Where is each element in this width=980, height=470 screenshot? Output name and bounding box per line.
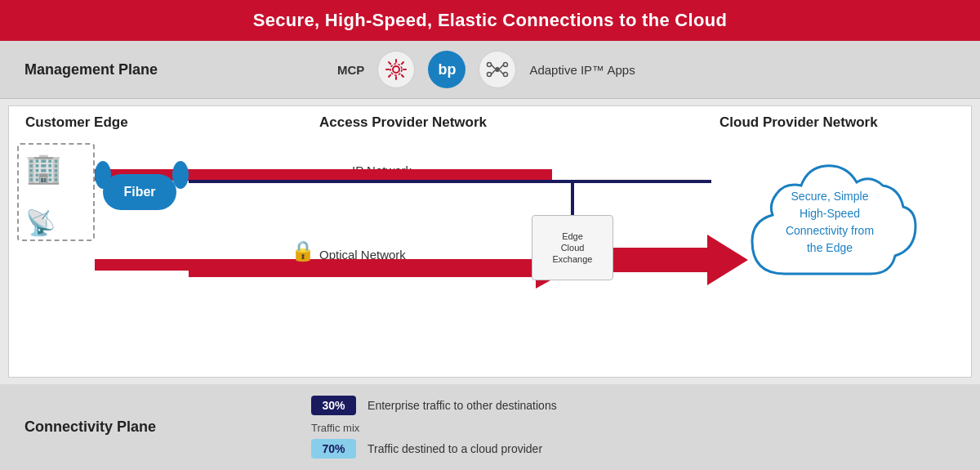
ip-network-line [189, 180, 711, 183]
building-icon: 🏢 [25, 151, 62, 186]
connectivity-plane-label: Connectivity Plane [24, 419, 156, 436]
large-red-arrow-shaft [613, 248, 711, 272]
svg-line-10 [500, 70, 504, 74]
traffic-row-2: 70% Traffic destined to a cloud provider [311, 439, 557, 459]
header-banner: Secure, High-Speed, Elastic Connections … [0, 0, 980, 41]
svg-line-9 [492, 70, 496, 74]
network-section: Customer Edge Access Provider Network Cl… [8, 105, 972, 378]
svg-line-7 [492, 65, 496, 69]
svg-point-6 [504, 73, 508, 77]
traffic-mix-label: Traffic mix [311, 422, 557, 434]
svg-line-8 [500, 65, 504, 69]
traffic-info: 30% Enterprise traffic to other destinat… [311, 396, 557, 459]
traffic-badge-70: 70% [311, 439, 356, 459]
svg-point-4 [504, 63, 508, 67]
red-arrow-shaft [189, 259, 540, 277]
adaptive-ip-label: Adaptive IP™ Apps [529, 63, 635, 77]
antenna-icon: 📡 [25, 208, 56, 237]
large-red-arrow-head [707, 235, 748, 285]
diagram-canvas: 🏢 📡 Fiber IP Network Optical Network 🔒 [9, 119, 971, 356]
svg-point-2 [495, 67, 500, 72]
cloud-provider-text: Secure, Simple High-Speed Connectivity f… [748, 188, 911, 257]
svg-point-0 [393, 66, 399, 73]
connectivity-plane: Connectivity Plane 30% Enterprise traffi… [0, 384, 980, 470]
main-container: Secure, High-Speed, Elastic Connections … [0, 0, 980, 470]
edge-cloud-exchange-label: EdgeCloudExchange [553, 231, 593, 266]
traffic-row-1: 30% Enterprise traffic to other destinat… [311, 396, 557, 415]
bp-icon: bp [428, 51, 466, 88]
traffic-badge-30: 30% [311, 396, 356, 415]
management-plane: Management Plane MCP bp [0, 41, 980, 99]
vertical-drop-line [571, 180, 574, 217]
traffic-desc-2: Traffic destined to a cloud provider [368, 442, 542, 455]
fiber-left-cap [95, 161, 111, 189]
svg-point-3 [488, 63, 492, 67]
edge-cloud-exchange-box: EdgeCloudExchange [532, 215, 613, 280]
fiber-right-cap [172, 161, 189, 189]
mcp-label: MCP [337, 63, 364, 77]
header-title: Secure, High-Speed, Elastic Connections … [253, 10, 727, 30]
svg-point-5 [488, 73, 492, 77]
network-headers: Customer Edge Access Provider Network Cl… [9, 106, 971, 119]
adaptive-ip-icon [479, 51, 516, 88]
management-icons: MCP bp [337, 51, 635, 88]
traffic-desc-1: Enterprise traffic to other destinations [368, 399, 557, 412]
mcp-icon [377, 51, 415, 88]
fiber-connector: Fiber [103, 174, 176, 210]
lock-icon: 🔒 [291, 239, 315, 262]
management-plane-label: Management Plane [24, 61, 158, 78]
